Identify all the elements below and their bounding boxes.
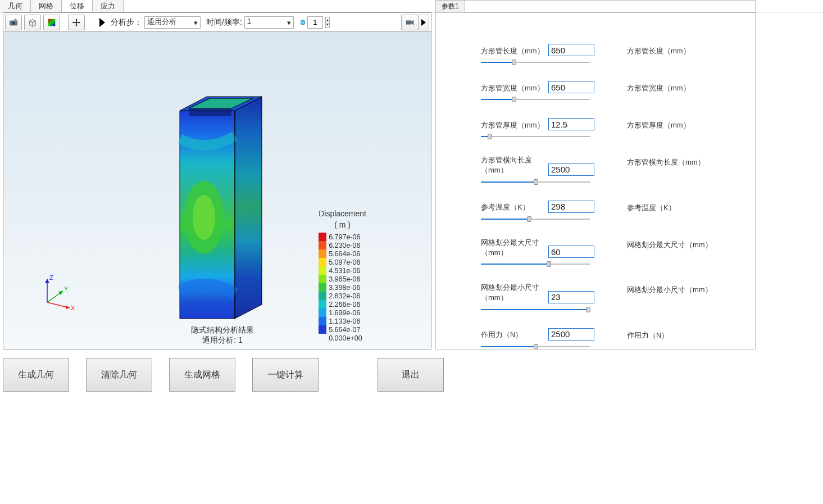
param-label-5: 网格划分最大尺寸（mm） (481, 238, 548, 258)
legend-value: 2.832e-06 (326, 292, 360, 300)
legend-unit: ( m ) (319, 220, 366, 229)
counter-input[interactable] (307, 16, 323, 29)
param-slider-3[interactable] (481, 178, 590, 186)
legend-value: 5.664e-06 (326, 250, 360, 258)
param-label-0: 方形管长度（mm） (481, 46, 548, 56)
tab-2[interactable]: 位移 (62, 0, 93, 12)
button-1[interactable]: 清除几何 (86, 358, 152, 392)
param-label-2: 方形管厚度（mm） (481, 120, 548, 130)
param-label-1: 方形管宽度（mm） (481, 83, 548, 93)
video-icon[interactable] (401, 15, 418, 30)
param-slider-1[interactable] (481, 96, 590, 103)
legend-value: 4.531e-06 (326, 267, 360, 275)
legend-value: 3.398e-06 (326, 284, 360, 292)
viewport-3d[interactable]: X Y Z (3, 32, 431, 349)
params-tab[interactable]: 参数1 (436, 1, 465, 12)
button-4[interactable]: 退出 (378, 358, 444, 392)
legend-value: 3.965e-06 (326, 275, 360, 283)
param-label-3: 方形管横向长度（mm） (481, 155, 548, 175)
param-input-6[interactable] (548, 291, 594, 303)
tab-1[interactable]: 网格 (31, 0, 62, 12)
param-slider-5[interactable] (481, 260, 590, 268)
legend-value: 5.664e-07 (326, 326, 360, 334)
param-slider-6[interactable] (481, 306, 590, 314)
tab-3[interactable]: 应力 (93, 0, 124, 12)
param-label-6: 网格划分最小尺寸（mm） (481, 283, 548, 303)
legend-swatch (319, 292, 326, 300)
legend-swatch (319, 283, 326, 292)
axis-x-label: X (71, 305, 75, 311)
legend-swatch (319, 275, 326, 283)
button-0[interactable]: 生成几何 (3, 358, 69, 392)
legend-swatch (319, 249, 326, 258)
param-input-5[interactable] (548, 246, 594, 258)
button-2[interactable]: 生成网格 (169, 358, 235, 392)
svg-rect-4 (406, 20, 411, 24)
svg-rect-2 (15, 19, 17, 20)
param-slider-2[interactable] (481, 133, 590, 140)
svg-point-1 (12, 21, 15, 24)
caption-l2: 通用分析: 1 (178, 335, 267, 346)
param-right-5: 网格划分最大尺寸（mm） (627, 238, 712, 250)
legend-swatch (319, 233, 326, 241)
legend-value: 0.000e+00 (326, 334, 362, 342)
axis-y-label: Y (64, 285, 69, 292)
svg-marker-11 (235, 97, 262, 319)
camera-icon[interactable] (5, 15, 22, 30)
legend-value: 2.266e-06 (326, 301, 360, 308)
time-select[interactable]: 1▾ (244, 16, 294, 29)
param-right-0: 方形管长度（mm） (627, 44, 690, 56)
cube-icon[interactable] (24, 15, 41, 30)
param-input-1[interactable] (548, 81, 594, 93)
step-label: 分析步： (111, 17, 142, 28)
legend-title: Displacement (319, 209, 366, 218)
legend-swatch (319, 266, 326, 275)
param-label-4: 参考温度（K） (481, 202, 548, 212)
legend-value: 6.230e-06 (326, 242, 360, 249)
legend-swatch (319, 300, 326, 308)
legend-swatch (319, 317, 326, 325)
legend-swatch (319, 241, 326, 249)
move-icon[interactable] (68, 15, 85, 30)
step-select[interactable]: 通用分析▾ (144, 16, 201, 29)
legend-value: 6.797e-06 (326, 233, 360, 241)
legend-value: 5.097e-06 (326, 258, 360, 266)
legend-swatch (319, 334, 326, 342)
svg-marker-17 (189, 108, 231, 116)
param-slider-7[interactable] (481, 343, 590, 351)
button-3[interactable]: 一键计算 (252, 358, 319, 392)
legend-value: 1.133e-06 (326, 317, 360, 325)
param-right-1: 方形管宽度（mm） (627, 81, 690, 93)
param-input-2[interactable] (548, 118, 594, 130)
param-right-3: 方形管横向长度（mm） (627, 155, 705, 167)
legend-value: 1.699e-06 (326, 309, 360, 317)
slider-dot[interactable] (301, 20, 305, 25)
colormap-icon[interactable] (43, 15, 60, 30)
param-input-0[interactable] (548, 44, 594, 56)
step-up-down[interactable]: ▴▾ (325, 17, 330, 28)
record-icon[interactable] (418, 15, 429, 30)
legend-swatch (319, 325, 326, 334)
axis-triad: X Y Z (36, 274, 75, 315)
svg-rect-3 (48, 19, 56, 26)
param-input-3[interactable] (548, 164, 594, 176)
param-right-2: 方形管厚度（mm） (627, 118, 690, 130)
svg-marker-8 (58, 291, 63, 295)
color-legend: Displacement ( m ) 6.797e-066.230e-065.6… (319, 209, 366, 342)
caption-l1: 隐式结构分析结果 (178, 325, 267, 335)
param-label-7: 作用力（N） (481, 330, 548, 340)
svg-point-14 (193, 195, 215, 240)
tab-0[interactable]: 几何 (0, 0, 31, 12)
play-forward-icon[interactable] (99, 18, 105, 27)
param-right-6: 网格划分最小尺寸（mm） (627, 283, 712, 295)
param-input-7[interactable] (548, 328, 594, 340)
model-render (179, 88, 269, 326)
legend-swatch (319, 308, 326, 317)
time-label: 时间/频率: (206, 17, 242, 28)
svg-marker-10 (45, 279, 49, 283)
param-right-7: 作用力（N） (627, 328, 669, 340)
param-slider-4[interactable] (481, 215, 590, 223)
param-slider-0[interactable] (481, 58, 590, 66)
param-input-4[interactable] (548, 201, 594, 213)
param-right-4: 参考温度（K） (627, 201, 676, 213)
